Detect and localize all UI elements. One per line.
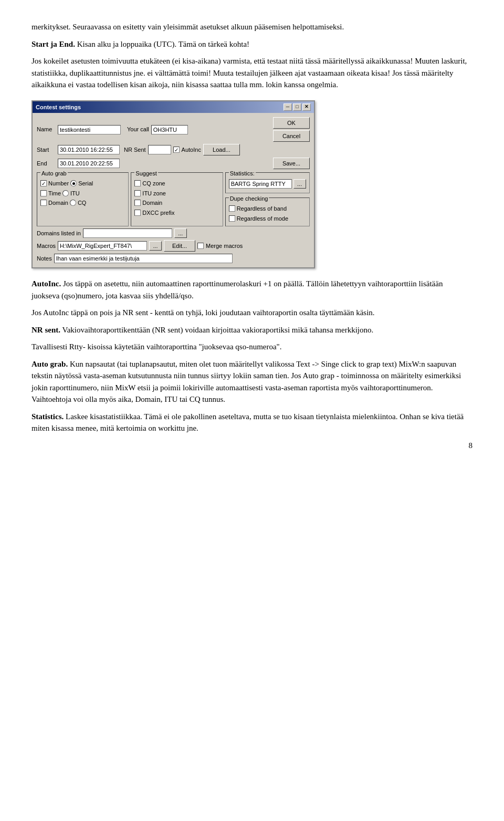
yourcall-label: Your call [127, 125, 149, 134]
stats-heading: Statistics. [32, 412, 64, 421]
stats-paragraph: Statistics. Laskee kisastatistiikkaa. Tä… [32, 411, 472, 434]
dxcc-label: DXCC prefix [142, 209, 174, 217]
paragraph-2: Start ja End. Kisan alku ja loppuaika (U… [32, 38, 472, 50]
domainsuggest-label: Domain [142, 199, 162, 207]
nrsent-text: Vakiovaihtoraporttikenttään (NR sent) vo… [60, 326, 373, 334]
autograb-group: Auto grab ✓ Number Serial Time ITU [37, 172, 129, 226]
contest-settings-dialog: Contest settings ─ □ ✕ Name Your call OK… [32, 100, 315, 269]
yourcall-input[interactable] [151, 125, 188, 134]
autoinc-heading: AutoInc. [32, 279, 61, 288]
merge-macros-checkbox[interactable] [197, 243, 204, 249]
statistics-legend: Statistics: [229, 169, 256, 178]
autoinc-text: Jos täppä on asetettu, niin automaattine… [32, 279, 443, 300]
domainsuggest-row: Domain [134, 199, 219, 207]
itu-label: ITU [70, 189, 80, 198]
edit-button[interactable]: Edit... [164, 240, 195, 252]
domain-row: Domain CQ [40, 199, 125, 207]
nrsent-input[interactable] [148, 145, 171, 154]
name-label: Name [37, 125, 56, 134]
ituzone-row: ITU zone [134, 189, 219, 198]
save-button[interactable]: Save... [273, 158, 310, 169]
notes-input[interactable] [54, 254, 233, 263]
autoinc-checkbox[interactable]: ✓ [173, 147, 180, 153]
macros-browse-button[interactable]: ... [149, 241, 162, 251]
start-end-heading: Start ja End. [32, 40, 75, 48]
merge-macros-label: Merge macros [206, 242, 243, 251]
macros-input[interactable] [58, 241, 147, 251]
start-label: Start [37, 146, 56, 154]
statistics-input[interactable] [229, 179, 292, 189]
domains-listed-label: Domains listed in [37, 229, 81, 238]
close-button[interactable]: ✕ [302, 103, 311, 111]
rtty-paragraph: Tavallisesti Rtty- kisoissa käytetään va… [32, 341, 472, 353]
dialog-titlebar: Contest settings ─ □ ✕ [33, 101, 314, 113]
domain-label: Domain [48, 199, 68, 207]
nrsent-label: NR Sent [124, 146, 146, 154]
regardless-mode-label: Regardless of mode [237, 214, 288, 223]
macros-label: Macros [37, 242, 56, 251]
regardless-mode-checkbox[interactable] [229, 215, 235, 222]
autograb-text: Kun napsautat (tai tuplanapsautut, miten… [32, 360, 461, 404]
paragraph-1: merkitykset. Seuraavassa on esitetty vai… [32, 21, 472, 33]
cq-radio[interactable] [70, 200, 76, 206]
end-input[interactable] [58, 159, 120, 168]
macros-row: Macros ... Edit... Merge macros [37, 240, 310, 252]
regardless-band-label: Regardless of band [237, 204, 287, 213]
paragraph-3: Jos kokeilet asetusten toimivuutta etukä… [32, 55, 472, 91]
autograb-paragraph: Auto grab. Kun napsautat (tai tuplanapsa… [32, 358, 472, 406]
statistics-row: ... [229, 179, 306, 189]
cancel-button[interactable]: Cancel [273, 130, 310, 142]
dialog-body: Name Your call OK Cancel Start NR Sent ✓… [33, 113, 314, 267]
cqzone-checkbox[interactable] [134, 180, 141, 186]
cqzone-label: CQ zone [142, 179, 165, 188]
number-label: Number [48, 179, 69, 188]
statistics-group: Statistics: ... [225, 172, 310, 193]
name-input[interactable] [58, 125, 121, 134]
dialog-container: Contest settings ─ □ ✕ Name Your call OK… [32, 100, 472, 269]
itu-radio[interactable] [62, 190, 69, 196]
domains-row-container: Domains listed in ... Macros ... Edit...… [37, 228, 310, 263]
maximize-button[interactable]: □ [293, 103, 301, 111]
time-row: Time ITU [40, 189, 125, 198]
autograb-legend: Auto grab [40, 169, 68, 178]
statistics-browse-button[interactable]: ... [293, 179, 306, 189]
regardless-mode-row: Regardless of mode [229, 214, 306, 223]
domains-input[interactable] [83, 228, 172, 238]
time-checkbox[interactable] [40, 190, 47, 196]
cq-label: CQ [78, 199, 87, 207]
nrsent-paragraph: NR sent. Vakiovaihtoraporttikenttään (NR… [32, 324, 472, 336]
time-label: Time [48, 189, 61, 198]
start-end-text: Kisan alku ja loppuaika (UTC). Tämä on t… [75, 40, 249, 48]
titlebar-buttons: ─ □ ✕ [284, 103, 311, 111]
number-checkbox[interactable]: ✓ [40, 180, 47, 186]
autoinc-label: AutoInc [182, 146, 201, 154]
start-input[interactable] [58, 145, 120, 154]
autograb-heading: Auto grab. [32, 360, 68, 368]
load-button[interactable]: Load... [203, 144, 240, 155]
suggest-legend: Suggest [134, 169, 158, 178]
end-label: End [37, 159, 56, 168]
page-number: 8 [32, 440, 472, 452]
dupe-checking-group: Dupe checking Regardless of band Regardl… [225, 198, 310, 226]
autoinc-paragraph-2: Jos AutoInc täppä on pois ja NR sent - k… [32, 307, 472, 319]
notes-label: Notes [37, 254, 52, 263]
serial-radio[interactable] [70, 180, 77, 186]
dupe-checking-legend: Dupe checking [229, 194, 269, 203]
dxcc-checkbox[interactable] [134, 210, 141, 216]
minimize-button[interactable]: ─ [284, 103, 292, 111]
regardless-band-checkbox[interactable] [229, 205, 235, 212]
domain-checkbox[interactable] [40, 200, 47, 206]
autoinc-paragraph: AutoInc. Jos täppä on asetettu, niin aut… [32, 278, 472, 302]
notes-row: Notes [37, 254, 310, 263]
domains-browse-button[interactable]: ... [174, 228, 187, 238]
serial-label: Serial [78, 179, 93, 188]
ituzone-label: ITU zone [142, 189, 166, 198]
number-row: ✓ Number Serial [40, 179, 125, 188]
dxcc-row: DXCC prefix [134, 209, 219, 217]
stats-text: Laskee kisastatistiikkaa. Tämä ei ole pa… [32, 412, 464, 433]
domainsuggest-checkbox[interactable] [134, 200, 141, 206]
ituzone-checkbox[interactable] [134, 190, 141, 196]
dialog-title: Contest settings [36, 103, 81, 112]
cqzone-row: CQ zone [134, 179, 219, 188]
ok-button[interactable]: OK [273, 117, 310, 129]
